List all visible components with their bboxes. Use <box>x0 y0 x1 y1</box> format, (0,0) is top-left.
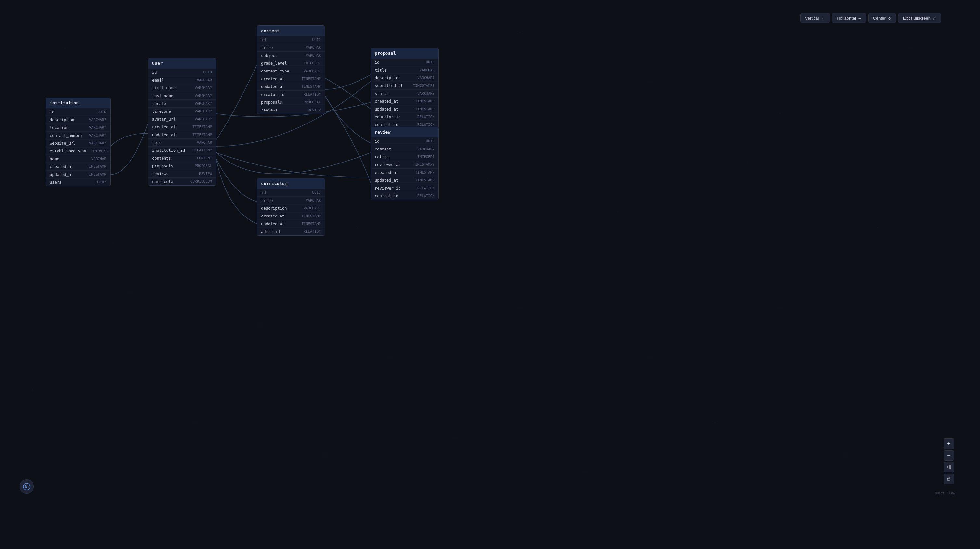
table-row: created_at TIMESTAMP <box>148 123 216 130</box>
table-row: id UUID <box>371 137 439 145</box>
table-row: content_type VARCHAR? <box>257 67 325 75</box>
table-row: timezone VARCHAR? <box>148 107 216 115</box>
table-row: updated_at TIMESTAMP <box>257 83 325 91</box>
cookie-button[interactable] <box>19 479 34 494</box>
table-row: description VARCHAR? <box>371 74 439 81</box>
table-row: updated_at TIMESTAMP <box>148 130 216 138</box>
proposal-table: proposal id UUID title VARCHAR descripti… <box>371 48 439 129</box>
table-row: proposals PROPOSAL <box>148 162 216 170</box>
center-icon: ⊹ <box>888 16 891 21</box>
zoom-controls: + − <box>943 439 954 484</box>
horizontal-label: Horizontal <box>837 16 856 21</box>
user-table-body: id UUID email VARCHAR first_name VARCHAR… <box>148 68 216 185</box>
vertical-label: Vertical <box>805 16 819 21</box>
table-row: id UUID <box>46 108 110 116</box>
svg-point-8 <box>26 487 27 488</box>
table-row: location VARCHAR? <box>46 124 110 131</box>
table-row: proposals PROPOSAL <box>257 98 325 106</box>
table-row: updated_at TIMESTAMP <box>371 105 439 113</box>
curriculum-table: curriculum id UUID title VARCHAR descrip… <box>257 178 325 236</box>
institution-table: institution id UUID description VARCHAR?… <box>46 97 110 186</box>
table-row: contents CONTENT <box>148 154 216 162</box>
table-row: admin_id RELATION <box>257 228 325 236</box>
table-row: last_name VARCHAR? <box>148 92 216 99</box>
proposal-table-body: id UUID title VARCHAR description VARCHA… <box>371 58 439 128</box>
table-row: created_at TIMESTAMP <box>257 212 325 220</box>
user-table-header: user <box>148 58 216 68</box>
table-row: title VARCHAR <box>257 43 325 51</box>
svg-rect-4 <box>948 479 950 481</box>
table-row: educator_id RELATION <box>371 113 439 121</box>
table-row: status VARCHAR? <box>371 89 439 97</box>
institution-table-body: id UUID description VARCHAR? location VA… <box>46 108 110 186</box>
table-row: reviewed_at TIMESTAMP? <box>371 161 439 169</box>
table-row: role VARCHAR <box>148 138 216 146</box>
horizontal-button[interactable]: Horizontal ··· <box>832 13 866 23</box>
table-row: id UUID <box>257 36 325 43</box>
content-table-header: content <box>257 25 325 36</box>
table-row: established_year INTEGER? <box>46 147 110 155</box>
user-table: user id UUID email VARCHAR first_name VA… <box>148 58 216 186</box>
table-row: content_id RELATION <box>371 192 439 200</box>
content-table: content id UUID title VARCHAR subject VA… <box>257 25 325 114</box>
zoom-in-button[interactable]: + <box>943 439 954 449</box>
table-row: updated_at TIMESTAMP <box>371 176 439 184</box>
svg-point-7 <box>27 485 28 485</box>
center-label: Center <box>873 16 886 21</box>
svg-point-6 <box>25 485 26 486</box>
table-row: comment VARCHAR? <box>371 145 439 153</box>
table-row: avatar_url VARCHAR? <box>148 115 216 123</box>
exit-fullscreen-icon: ⤢ <box>932 16 936 21</box>
table-row: title VARCHAR <box>371 66 439 74</box>
table-row: name VARCHAR <box>46 155 110 162</box>
svg-rect-0 <box>947 465 948 466</box>
table-row: locale VARCHAR? <box>148 99 216 107</box>
table-row: created_at TIMESTAMP <box>46 162 110 170</box>
fit-button[interactable] <box>943 462 954 472</box>
table-row: reviewer_id RELATION <box>371 184 439 192</box>
curriculum-table-body: id UUID title VARCHAR description VARCHA… <box>257 189 325 236</box>
svg-rect-2 <box>947 468 948 469</box>
review-table-body: id UUID comment VARCHAR? rating INTEGER?… <box>371 137 439 200</box>
table-row: id UUID <box>371 58 439 66</box>
review-table: review id UUID comment VARCHAR? rating I… <box>371 127 439 200</box>
table-row: id UUID <box>148 68 216 76</box>
table-row: creator_id RELATION <box>257 91 325 98</box>
table-row: description VARCHAR? <box>46 116 110 124</box>
vertical-button[interactable]: Vertical ⋮ <box>800 13 830 23</box>
table-row: created_at TIMESTAMP <box>371 97 439 105</box>
proposal-table-header: proposal <box>371 48 439 58</box>
table-row: users USER? <box>46 178 110 186</box>
table-row: updated_at TIMESTAMP <box>46 170 110 178</box>
table-row: subject VARCHAR <box>257 51 325 59</box>
toolbar: Vertical ⋮ Horizontal ··· Center ⊹ Exit … <box>800 13 941 23</box>
table-row: submitted_at TIMESTAMP? <box>371 81 439 89</box>
institution-table-header: institution <box>46 98 110 108</box>
table-row: updated_at TIMESTAMP <box>257 220 325 228</box>
lock-button[interactable] <box>943 474 954 484</box>
table-row: id UUID <box>257 189 325 196</box>
exit-fullscreen-button[interactable]: Exit Fullscreen ⤢ <box>898 13 941 23</box>
zoom-out-button[interactable]: − <box>943 450 954 461</box>
table-row: created_at TIMESTAMP <box>371 169 439 176</box>
table-row: reviews REVIEW <box>257 106 325 114</box>
horizontal-icon: ··· <box>858 16 861 21</box>
table-row: reviews REVIEW <box>148 170 216 177</box>
center-button[interactable]: Center ⊹ <box>868 13 896 23</box>
react-flow-watermark: React Flow <box>934 491 955 495</box>
table-row: grade_level INTEGER? <box>257 59 325 67</box>
exit-fullscreen-label: Exit Fullscreen <box>903 16 931 21</box>
review-table-header: review <box>371 127 439 137</box>
table-row: curricula CURRICULUM <box>148 177 216 185</box>
content-table-body: id UUID title VARCHAR subject VARCHAR gr… <box>257 36 325 114</box>
svg-rect-3 <box>950 468 951 469</box>
table-row: title VARCHAR <box>257 196 325 204</box>
table-row: contact_number VARCHAR? <box>46 131 110 139</box>
table-row: description VARCHAR? <box>257 204 325 212</box>
table-row: rating INTEGER? <box>371 153 439 161</box>
svg-point-10 <box>25 487 25 488</box>
svg-rect-1 <box>950 465 951 466</box>
table-row: website_url VARCHAR? <box>46 139 110 147</box>
curriculum-table-header: curriculum <box>257 178 325 189</box>
table-row: created_at TIMESTAMP <box>257 75 325 83</box>
